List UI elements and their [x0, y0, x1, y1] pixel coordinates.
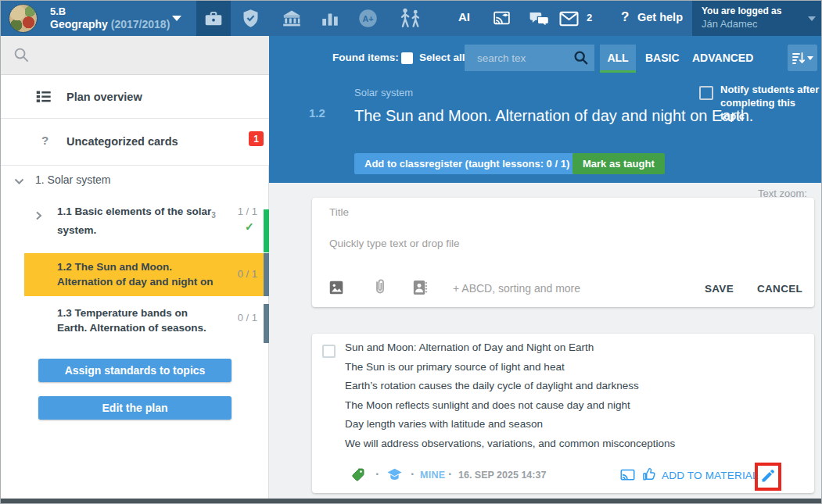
nav-plans-briefcase-active[interactable]	[196, 1, 231, 36]
subject-name: Geography	[50, 18, 108, 30]
chevron-down-icon[interactable]	[13, 177, 25, 186]
dot-separator	[448, 467, 452, 481]
class-name: 5.B	[50, 5, 66, 17]
topic-section-label[interactable]: 1. Solar system	[35, 173, 110, 186]
breadcrumb: Solar system	[354, 87, 413, 98]
found-items-label: Found items: 1	[332, 52, 407, 63]
dot-separator	[375, 467, 379, 481]
svg-text:A+: A+	[363, 14, 374, 23]
sidebar-item-label: 1.3 Temperature bands on Earth. Alternat…	[57, 306, 226, 335]
subject-title: Geography (2017/2018)	[50, 18, 170, 30]
status-bar-pending	[264, 253, 269, 296]
card-count-sub: 3	[211, 211, 216, 220]
notify-students-label: Notify students after completing this to…	[720, 83, 820, 123]
user-dropdown-caret-icon	[808, 16, 816, 21]
cast-card-icon[interactable]	[619, 468, 636, 483]
sidebar-item-label: 1.1 Basic elements of the solar3 system.	[57, 204, 226, 238]
card-select-checkbox[interactable]	[322, 345, 336, 358]
chat-bubbles-icon[interactable]	[528, 9, 551, 29]
excursion-walkers-icon[interactable]	[396, 6, 424, 30]
more-tools-button[interactable]: + ABCD, sorting and more	[453, 282, 580, 295]
notify-students-checkbox[interactable]	[699, 86, 713, 100]
user-name: Ján Adamec	[702, 18, 758, 30]
search-icon	[13, 46, 31, 64]
shield-check-icon[interactable]	[240, 8, 261, 29]
card-line: The Sun is our primary source of light a…	[345, 358, 799, 377]
uncategorized-label: Uncategorized cards	[66, 135, 178, 148]
graduation-cap-icon[interactable]	[386, 467, 403, 482]
card-line: The Moon reflects sunlight and does not …	[345, 396, 799, 416]
attach-file-icon[interactable]	[370, 277, 389, 298]
thumbs-up-icon[interactable]	[641, 466, 657, 483]
list-icon	[35, 88, 52, 105]
insert-image-icon[interactable]	[328, 279, 345, 296]
sidebar-item-label: 1.2 The Sun and Moon. Alternation of day…	[57, 259, 237, 289]
taught-check-icon: ✓	[245, 220, 254, 233]
mail-count-badge: 2	[587, 12, 592, 23]
edit-pencil-icon[interactable]	[760, 468, 776, 484]
search-icon[interactable]	[573, 49, 590, 66]
tag-icon[interactable]	[350, 467, 365, 482]
progress-count: 0 / 1	[226, 268, 257, 280]
ai-menu-label[interactable]: AI	[458, 10, 470, 23]
caret-down-icon	[807, 56, 813, 60]
status-bar-pending	[264, 304, 269, 343]
question-mark-icon: ?	[41, 134, 48, 147]
card-line: We will address observations, variations…	[345, 434, 799, 454]
class-logo-avatar[interactable]	[9, 4, 38, 33]
cancel-button[interactable]: CANCEL	[757, 283, 802, 295]
card-timestamp: 16. SEP 2025 14:37	[458, 470, 546, 481]
topic-number: 1.2	[309, 106, 325, 120]
app-window: 5.B Geography (2017/2018) A+ AI 2 ? Get …	[0, 0, 822, 504]
tab-advanced[interactable]: ADVANCED	[692, 52, 753, 64]
card-line: Earth’s rotation causes the daily cycle …	[345, 377, 799, 396]
mark-as-taught-button[interactable]: Mark as taught	[573, 153, 665, 174]
tab-all[interactable]: ALL	[600, 45, 636, 73]
bottom-bar	[1, 499, 822, 504]
sort-icon	[792, 52, 805, 65]
mail-icon[interactable]	[558, 10, 580, 27]
card-line: Sun and Moon: Alternation of Day and Nig…	[345, 338, 799, 358]
select-all-checkbox[interactable]	[401, 52, 413, 64]
results-chart-icon[interactable]	[320, 9, 340, 29]
class-dropdown-caret-icon[interactable]	[172, 16, 181, 21]
dot-separator	[411, 467, 415, 481]
assign-standards-button[interactable]: Assign standards to topics	[38, 359, 232, 382]
sidebar-search-bar	[1, 36, 269, 75]
card-text-block: Sun and Moon: Alternation of Day and Nig…	[345, 338, 799, 454]
owner-badge: MINE	[420, 470, 445, 481]
grades-a-plus-icon[interactable]: A+	[357, 8, 379, 29]
card-line: Day length varies with latitude and seas…	[345, 415, 799, 434]
standards-bank-icon[interactable]	[280, 8, 303, 29]
logged-as-label: You are logged as	[702, 5, 781, 16]
edit-plan-button[interactable]: Edit the plan	[38, 396, 232, 420]
add-to-material-link[interactable]: ADD TO MATERIAL	[662, 470, 759, 481]
add-to-classregister-button[interactable]: Add to classregister (taught lessons: 0 …	[354, 153, 580, 174]
briefcase-icon	[203, 9, 224, 29]
plan-overview-label: Plan overview	[66, 91, 142, 103]
status-bar-done	[264, 209, 269, 252]
contacts-card-icon[interactable]	[411, 278, 429, 297]
save-button[interactable]: SAVE	[705, 283, 734, 295]
card-title-placeholder[interactable]: Title	[329, 206, 349, 218]
card-body-placeholder[interactable]: Quickly type text or drop file	[329, 238, 460, 249]
cast-lesson-icon[interactable]	[491, 9, 512, 28]
progress-count: 1 / 1	[226, 206, 257, 217]
sort-button[interactable]	[788, 45, 817, 71]
select-all-label[interactable]: Select all	[419, 52, 465, 63]
card-search-input[interactable]	[477, 50, 565, 66]
uncategorized-count-badge: 1	[249, 131, 264, 146]
get-help-link[interactable]: Get help	[637, 11, 683, 23]
progress-count: 0 / 1	[226, 312, 257, 323]
help-question-icon[interactable]: ?	[621, 9, 629, 25]
tab-basic[interactable]: BASIC	[645, 52, 680, 64]
chevron-right-icon[interactable]	[34, 210, 43, 221]
school-year: (2017/2018)	[111, 18, 171, 30]
